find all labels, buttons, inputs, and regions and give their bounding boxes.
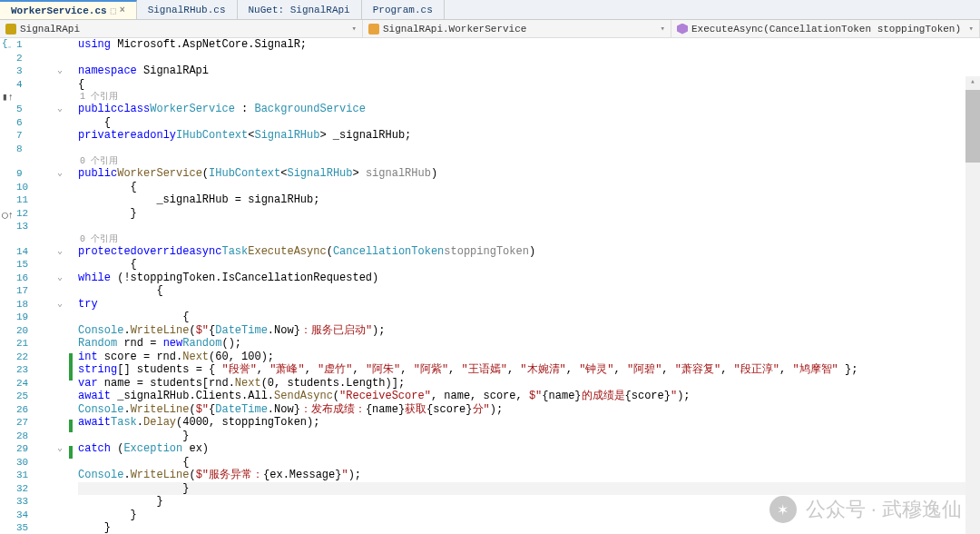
watermark-text: 公众号 · 武穆逸仙 bbox=[806, 496, 962, 523]
nav-member-label: ExecuteAsync(CancellationToken stoppingT… bbox=[691, 24, 961, 35]
chevron-down-icon: ▾ bbox=[969, 24, 974, 34]
outline-glyph: {▫ bbox=[2, 38, 12, 51]
wechat-icon: ✶ bbox=[769, 496, 797, 523]
nav-member-dropdown[interactable]: ExecuteAsync(CancellationToken stoppingT… bbox=[671, 20, 980, 37]
code-editor[interactable]: {▫ ▮↑ ◯↑ 1 2 3 4 5 6 7 8 9 10 11 12 13 1… bbox=[0, 38, 980, 534]
chevron-down-icon: ▾ bbox=[352, 24, 357, 34]
codelens-references[interactable]: 0 个引用 bbox=[80, 155, 118, 167]
tab-label: NuGet: SignalRApi bbox=[249, 5, 350, 15]
breakpoint-margin-icon: ◯↑ bbox=[2, 209, 14, 221]
change-marker bbox=[69, 446, 73, 459]
codelens-references[interactable]: 0 个引用 bbox=[80, 233, 118, 245]
codelens-references[interactable]: 1 个引用 bbox=[80, 91, 118, 103]
tab-label: Program.cs bbox=[373, 5, 433, 15]
scroll-up-icon[interactable]: ▴ bbox=[965, 76, 980, 86]
fold-toggle[interactable]: ⌄ bbox=[54, 167, 65, 181]
nav-project-dropdown[interactable]: SignalRApi▾ bbox=[0, 20, 363, 37]
watermark: ✶ 公众号 · 武穆逸仙 bbox=[769, 496, 962, 523]
method-icon bbox=[677, 24, 688, 35]
fold-toggle[interactable]: ⌄ bbox=[54, 64, 65, 78]
tab-signalrhub[interactable]: SignalRHub.cs bbox=[137, 0, 238, 19]
tab-workerservice[interactable]: WorkerService.cs⬚× bbox=[0, 0, 137, 19]
tab-label: SignalRHub.cs bbox=[148, 5, 226, 15]
csharp-icon bbox=[5, 24, 16, 35]
fold-toggle[interactable]: ⌄ bbox=[54, 272, 65, 285]
tab-program[interactable]: Program.cs bbox=[362, 0, 445, 19]
navigation-bar: SignalRApi▾ SignalRApi.WorkerService▾ Ex… bbox=[0, 20, 980, 38]
fold-toggle[interactable]: ⌄ bbox=[54, 245, 65, 259]
code-content[interactable]: using Microsoft.AspNetCore.SignalR; name… bbox=[74, 38, 980, 534]
indicator-margin: {▫ ▮↑ ◯↑ bbox=[0, 38, 16, 534]
change-marker bbox=[69, 420, 73, 432]
scroll-thumb[interactable] bbox=[965, 90, 980, 163]
tab-nuget[interactable]: NuGet: SignalRApi bbox=[238, 0, 362, 19]
close-icon[interactable]: × bbox=[120, 5, 125, 15]
tab-label: WorkerService.cs bbox=[11, 5, 107, 16]
change-margin bbox=[69, 38, 74, 534]
document-tabs: WorkerService.cs⬚× SignalRHub.cs NuGet: … bbox=[0, 0, 980, 20]
fold-toggle[interactable]: ⌄ bbox=[54, 103, 65, 116]
nav-class-dropdown[interactable]: SignalRApi.WorkerService▾ bbox=[363, 20, 671, 37]
fold-toggle[interactable]: ⌄ bbox=[54, 298, 65, 312]
nav-project-label: SignalRApi bbox=[20, 24, 80, 35]
line-number-gutter: 1 2 3 4 5 6 7 8 9 10 11 12 13 14 15 16 1… bbox=[16, 38, 54, 534]
pin-icon[interactable]: ⬚ bbox=[111, 5, 116, 16]
fold-toggle[interactable]: ⌄ bbox=[54, 442, 65, 456]
fold-gutter: ⌄ ⌄ ⌄ ⌄ ⌄ ⌄ ⌄ bbox=[54, 38, 69, 534]
chevron-down-icon: ▾ bbox=[661, 24, 665, 34]
line-number: 1 bbox=[16, 38, 49, 52]
nav-class-label: SignalRApi.WorkerService bbox=[383, 24, 526, 35]
change-marker bbox=[69, 353, 73, 381]
track-changes-icon: ▮↑ bbox=[2, 91, 14, 103]
class-icon bbox=[368, 24, 379, 35]
vertical-scrollbar[interactable]: ▴ bbox=[965, 76, 980, 534]
